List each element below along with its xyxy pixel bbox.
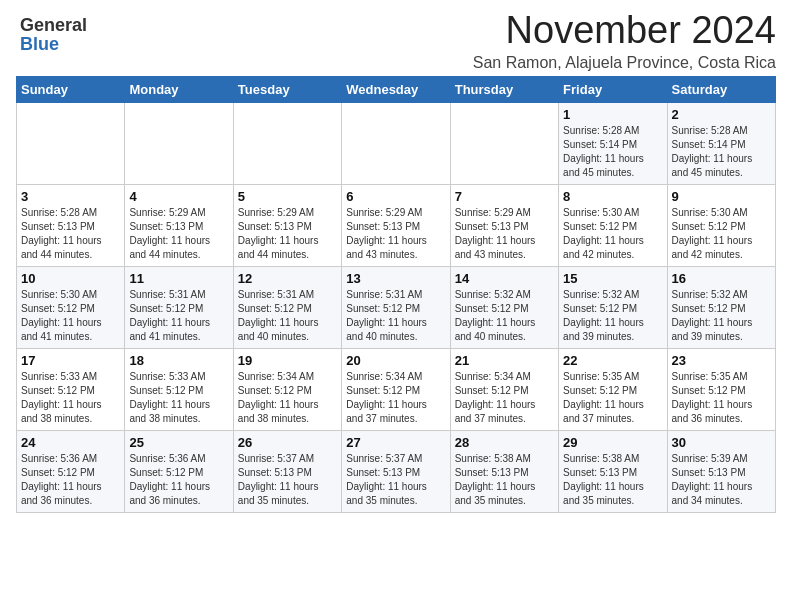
calendar-week-row: 1Sunrise: 5:28 AM Sunset: 5:14 PM Daylig…	[17, 102, 776, 184]
calendar-cell	[450, 102, 558, 184]
day-number: 28	[455, 435, 554, 450]
calendar-cell: 24Sunrise: 5:36 AM Sunset: 5:12 PM Dayli…	[17, 430, 125, 512]
calendar-cell: 26Sunrise: 5:37 AM Sunset: 5:13 PM Dayli…	[233, 430, 341, 512]
day-info: Sunrise: 5:29 AM Sunset: 5:13 PM Dayligh…	[346, 206, 445, 262]
calendar-cell: 28Sunrise: 5:38 AM Sunset: 5:13 PM Dayli…	[450, 430, 558, 512]
month-title: November 2024	[473, 10, 776, 52]
day-info: Sunrise: 5:29 AM Sunset: 5:13 PM Dayligh…	[455, 206, 554, 262]
day-info: Sunrise: 5:37 AM Sunset: 5:13 PM Dayligh…	[346, 452, 445, 508]
day-info: Sunrise: 5:33 AM Sunset: 5:12 PM Dayligh…	[21, 370, 120, 426]
header-wednesday: Wednesday	[342, 76, 450, 102]
day-number: 2	[672, 107, 771, 122]
calendar-table: SundayMondayTuesdayWednesdayThursdayFrid…	[16, 76, 776, 513]
calendar-header-row: SundayMondayTuesdayWednesdayThursdayFrid…	[17, 76, 776, 102]
day-info: Sunrise: 5:32 AM Sunset: 5:12 PM Dayligh…	[455, 288, 554, 344]
calendar-cell: 1Sunrise: 5:28 AM Sunset: 5:14 PM Daylig…	[559, 102, 667, 184]
calendar-week-row: 10Sunrise: 5:30 AM Sunset: 5:12 PM Dayli…	[17, 266, 776, 348]
day-number: 29	[563, 435, 662, 450]
calendar-cell: 15Sunrise: 5:32 AM Sunset: 5:12 PM Dayli…	[559, 266, 667, 348]
calendar-week-row: 17Sunrise: 5:33 AM Sunset: 5:12 PM Dayli…	[17, 348, 776, 430]
day-number: 6	[346, 189, 445, 204]
day-number: 8	[563, 189, 662, 204]
calendar-cell: 25Sunrise: 5:36 AM Sunset: 5:12 PM Dayli…	[125, 430, 233, 512]
title-area: November 2024 San Ramon, Alajuela Provin…	[473, 10, 776, 72]
calendar-cell: 29Sunrise: 5:38 AM Sunset: 5:13 PM Dayli…	[559, 430, 667, 512]
day-number: 4	[129, 189, 228, 204]
calendar-cell: 12Sunrise: 5:31 AM Sunset: 5:12 PM Dayli…	[233, 266, 341, 348]
calendar-cell: 21Sunrise: 5:34 AM Sunset: 5:12 PM Dayli…	[450, 348, 558, 430]
day-number: 18	[129, 353, 228, 368]
day-number: 7	[455, 189, 554, 204]
header-thursday: Thursday	[450, 76, 558, 102]
day-number: 22	[563, 353, 662, 368]
day-number: 20	[346, 353, 445, 368]
calendar-cell: 18Sunrise: 5:33 AM Sunset: 5:12 PM Dayli…	[125, 348, 233, 430]
day-number: 23	[672, 353, 771, 368]
day-number: 24	[21, 435, 120, 450]
page-header: General Blue November 2024 San Ramon, Al…	[16, 10, 776, 72]
header-monday: Monday	[125, 76, 233, 102]
day-number: 9	[672, 189, 771, 204]
day-number: 13	[346, 271, 445, 286]
calendar-cell: 20Sunrise: 5:34 AM Sunset: 5:12 PM Dayli…	[342, 348, 450, 430]
day-number: 14	[455, 271, 554, 286]
day-info: Sunrise: 5:34 AM Sunset: 5:12 PM Dayligh…	[238, 370, 337, 426]
day-number: 19	[238, 353, 337, 368]
calendar-cell: 6Sunrise: 5:29 AM Sunset: 5:13 PM Daylig…	[342, 184, 450, 266]
calendar-cell: 13Sunrise: 5:31 AM Sunset: 5:12 PM Dayli…	[342, 266, 450, 348]
header-saturday: Saturday	[667, 76, 775, 102]
calendar-cell: 2Sunrise: 5:28 AM Sunset: 5:14 PM Daylig…	[667, 102, 775, 184]
calendar-cell	[17, 102, 125, 184]
day-info: Sunrise: 5:28 AM Sunset: 5:14 PM Dayligh…	[563, 124, 662, 180]
day-info: Sunrise: 5:28 AM Sunset: 5:14 PM Dayligh…	[672, 124, 771, 180]
day-number: 11	[129, 271, 228, 286]
day-info: Sunrise: 5:32 AM Sunset: 5:12 PM Dayligh…	[672, 288, 771, 344]
day-info: Sunrise: 5:38 AM Sunset: 5:13 PM Dayligh…	[455, 452, 554, 508]
day-info: Sunrise: 5:37 AM Sunset: 5:13 PM Dayligh…	[238, 452, 337, 508]
day-info: Sunrise: 5:30 AM Sunset: 5:12 PM Dayligh…	[21, 288, 120, 344]
calendar-cell: 30Sunrise: 5:39 AM Sunset: 5:13 PM Dayli…	[667, 430, 775, 512]
calendar-cell: 5Sunrise: 5:29 AM Sunset: 5:13 PM Daylig…	[233, 184, 341, 266]
day-info: Sunrise: 5:29 AM Sunset: 5:13 PM Dayligh…	[129, 206, 228, 262]
day-number: 12	[238, 271, 337, 286]
day-number: 26	[238, 435, 337, 450]
header-tuesday: Tuesday	[233, 76, 341, 102]
day-number: 1	[563, 107, 662, 122]
calendar-cell: 3Sunrise: 5:28 AM Sunset: 5:13 PM Daylig…	[17, 184, 125, 266]
day-info: Sunrise: 5:36 AM Sunset: 5:12 PM Dayligh…	[129, 452, 228, 508]
calendar-cell: 14Sunrise: 5:32 AM Sunset: 5:12 PM Dayli…	[450, 266, 558, 348]
day-info: Sunrise: 5:35 AM Sunset: 5:12 PM Dayligh…	[563, 370, 662, 426]
calendar-cell	[342, 102, 450, 184]
calendar-cell: 4Sunrise: 5:29 AM Sunset: 5:13 PM Daylig…	[125, 184, 233, 266]
day-info: Sunrise: 5:31 AM Sunset: 5:12 PM Dayligh…	[346, 288, 445, 344]
day-info: Sunrise: 5:38 AM Sunset: 5:13 PM Dayligh…	[563, 452, 662, 508]
day-info: Sunrise: 5:30 AM Sunset: 5:12 PM Dayligh…	[563, 206, 662, 262]
calendar-week-row: 24Sunrise: 5:36 AM Sunset: 5:12 PM Dayli…	[17, 430, 776, 512]
calendar-cell: 23Sunrise: 5:35 AM Sunset: 5:12 PM Dayli…	[667, 348, 775, 430]
day-number: 10	[21, 271, 120, 286]
day-info: Sunrise: 5:31 AM Sunset: 5:12 PM Dayligh…	[238, 288, 337, 344]
day-number: 30	[672, 435, 771, 450]
day-info: Sunrise: 5:30 AM Sunset: 5:12 PM Dayligh…	[672, 206, 771, 262]
calendar-week-row: 3Sunrise: 5:28 AM Sunset: 5:13 PM Daylig…	[17, 184, 776, 266]
day-number: 25	[129, 435, 228, 450]
calendar-cell: 17Sunrise: 5:33 AM Sunset: 5:12 PM Dayli…	[17, 348, 125, 430]
day-number: 3	[21, 189, 120, 204]
day-info: Sunrise: 5:28 AM Sunset: 5:13 PM Dayligh…	[21, 206, 120, 262]
day-info: Sunrise: 5:39 AM Sunset: 5:13 PM Dayligh…	[672, 452, 771, 508]
day-info: Sunrise: 5:31 AM Sunset: 5:12 PM Dayligh…	[129, 288, 228, 344]
day-info: Sunrise: 5:32 AM Sunset: 5:12 PM Dayligh…	[563, 288, 662, 344]
calendar-cell: 7Sunrise: 5:29 AM Sunset: 5:13 PM Daylig…	[450, 184, 558, 266]
calendar-cell: 8Sunrise: 5:30 AM Sunset: 5:12 PM Daylig…	[559, 184, 667, 266]
day-info: Sunrise: 5:33 AM Sunset: 5:12 PM Dayligh…	[129, 370, 228, 426]
calendar-cell: 9Sunrise: 5:30 AM Sunset: 5:12 PM Daylig…	[667, 184, 775, 266]
calendar-cell: 19Sunrise: 5:34 AM Sunset: 5:12 PM Dayli…	[233, 348, 341, 430]
day-info: Sunrise: 5:34 AM Sunset: 5:12 PM Dayligh…	[455, 370, 554, 426]
day-number: 5	[238, 189, 337, 204]
header-friday: Friday	[559, 76, 667, 102]
day-number: 15	[563, 271, 662, 286]
day-info: Sunrise: 5:29 AM Sunset: 5:13 PM Dayligh…	[238, 206, 337, 262]
day-number: 16	[672, 271, 771, 286]
day-info: Sunrise: 5:36 AM Sunset: 5:12 PM Dayligh…	[21, 452, 120, 508]
calendar-cell: 16Sunrise: 5:32 AM Sunset: 5:12 PM Dayli…	[667, 266, 775, 348]
